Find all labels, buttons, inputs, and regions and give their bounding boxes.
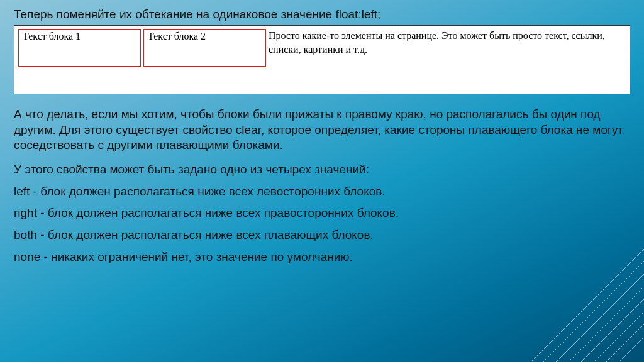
- value-right: right - блок должен располагаться ниже в…: [14, 206, 630, 221]
- intro-text: Теперь поменяйте их обтекание на одинако…: [14, 8, 630, 21]
- value-both: both - блок должен располагаться ниже вс…: [14, 228, 630, 243]
- svg-line-6: [581, 299, 644, 362]
- svg-line-7: [594, 312, 644, 362]
- paragraph-values-intro: У этого свойства может быть задано одно …: [14, 162, 630, 178]
- svg-line-2: [531, 249, 644, 362]
- svg-line-5: [569, 287, 644, 362]
- float-block-2: Текст блока 2: [143, 29, 266, 67]
- svg-line-0: [506, 224, 644, 362]
- paragraph-clear: А что делать, если мы хотим, чтобы блоки…: [14, 107, 630, 153]
- example-container: Текст блока 1 Текст блока 2 Просто какие…: [14, 25, 630, 94]
- svg-line-3: [543, 261, 644, 362]
- slide: Теперь поменяйте их обтекание на одинако…: [0, 0, 644, 362]
- svg-line-4: [556, 274, 644, 362]
- float-block-1: Текст блока 1: [18, 29, 141, 67]
- decorative-lines: [480, 199, 644, 362]
- value-left: left - блок должен располагаться ниже вс…: [14, 184, 630, 200]
- value-none: none - никаких ограничений нет, это знач…: [14, 250, 630, 265]
